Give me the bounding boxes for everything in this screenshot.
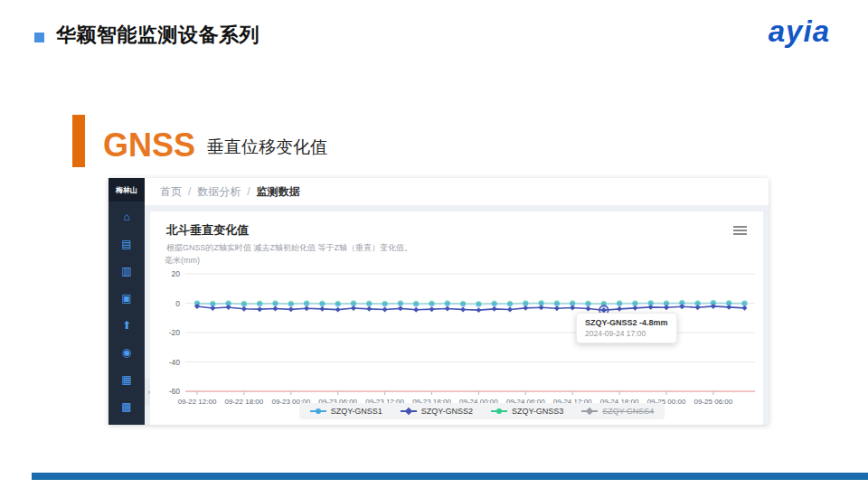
- slide-header: 华颖智能监测设备系列: [34, 22, 259, 49]
- section-heading: GNSS 垂直位移变化值: [72, 115, 327, 167]
- svg-text:-40: -40: [169, 358, 181, 367]
- breadcrumb-item[interactable]: 数据分析: [197, 184, 241, 200]
- svg-text:-20: -20: [169, 328, 181, 337]
- bullet-square-icon: [34, 33, 44, 42]
- legend-marker-icon: [310, 408, 326, 415]
- breadcrumb: 首页/数据分析/监测数据: [145, 178, 769, 206]
- chart-card-title: 北斗垂直变化值: [166, 222, 747, 239]
- alert-icon[interactable]: ◉: [118, 344, 135, 361]
- breadcrumb-separator: /: [188, 185, 191, 198]
- legend-marker-icon: [581, 408, 598, 415]
- legend-label: SZQY-GNSS3: [512, 407, 563, 416]
- main-area: 首页/数据分析/监测数据 北斗垂直变化值 根据GNSS的Z轴实时值 减去Z轴初始…: [145, 178, 769, 425]
- legend-item-szqy-gnss3[interactable]: SZQY-GNSS3: [491, 407, 563, 416]
- report-icon[interactable]: ▦: [118, 371, 135, 388]
- legend-item-szqy-gnss2[interactable]: SZQY-GNSS2: [401, 407, 473, 416]
- legend-marker-icon: [491, 408, 507, 415]
- chart-legend: SZQY-GNSS1SZQY-GNSS2SZQY-GNSS3SZQY-GNSS4: [299, 403, 665, 419]
- tooltip-time: 2024-09-24 17:00: [585, 329, 668, 338]
- breadcrumb-item: 监测数据: [257, 184, 300, 200]
- legend-marker-icon: [401, 408, 417, 415]
- upload-icon[interactable]: ⬆: [118, 317, 135, 333]
- home-icon[interactable]: ⌂: [118, 209, 135, 225]
- project-name: 梅林山: [108, 178, 145, 202]
- breadcrumb-separator: /: [247, 185, 250, 198]
- svg-text:20: 20: [172, 269, 181, 278]
- bottom-accent-bar: [32, 473, 868, 480]
- menu-icon[interactable]: [733, 226, 747, 237]
- svg-text:-60: -60: [169, 387, 181, 396]
- breadcrumb-item[interactable]: 首页: [160, 184, 182, 200]
- svg-text:0: 0: [175, 299, 180, 308]
- app-screenshot: 梅林山 ⌂▤▥▣⬆◉▦▩ › 首页/数据分析/监测数据 北斗垂直变化值 根据GN…: [108, 178, 769, 425]
- legend-label: SZQY-GNSS1: [331, 407, 382, 416]
- chart-tooltip: SZQY-GNSS2 -4.8mm 2024-09-24 17:00: [576, 313, 677, 343]
- tooltip-value: SZQY-GNSS2 -4.8mm: [585, 318, 668, 327]
- section-subtitle: 垂直位移变化值: [207, 136, 327, 159]
- sidebar: 梅林山 ⌂▤▥▣⬆◉▦▩: [108, 178, 145, 425]
- media-icon[interactable]: ▣: [118, 290, 135, 306]
- slide-title: 华颖智能监测设备系列: [56, 22, 259, 49]
- device-icon[interactable]: ▥: [118, 263, 135, 279]
- section-title: GNSS: [103, 129, 195, 162]
- legend-item-szqy-gnss4[interactable]: SZQY-GNSS4: [581, 407, 654, 416]
- orange-accent-bar: [72, 115, 85, 167]
- dashboard-icon[interactable]: ▤: [118, 236, 135, 252]
- chart-card-subtitle: 根据GNSS的Z轴实时值 减去Z轴初始化值 等于Z轴（垂直）变化值。: [166, 242, 747, 254]
- company-logo: ayia: [769, 14, 830, 49]
- legend-label: SZQY-GNSS2: [421, 407, 473, 416]
- content-area: 北斗垂直变化值 根据GNSS的Z轴实时值 减去Z轴初始化值 等于Z轴（垂直）变化…: [145, 206, 769, 425]
- legend-label: SZQY-GNSS4: [602, 407, 654, 416]
- legend-item-szqy-gnss1[interactable]: SZQY-GNSS1: [310, 407, 382, 416]
- legend-row: SZQY-GNSS1SZQY-GNSS2SZQY-GNSS3SZQY-GNSS4: [150, 403, 763, 419]
- sidebar-icon-list: ⌂▤▥▣⬆◉▦▩: [108, 202, 145, 426]
- chart-card: 北斗垂直变化值 根据GNSS的Z轴实时值 减去Z轴初始化值 等于Z轴（垂直）变化…: [150, 211, 763, 425]
- data-icon[interactable]: ▩: [118, 399, 135, 415]
